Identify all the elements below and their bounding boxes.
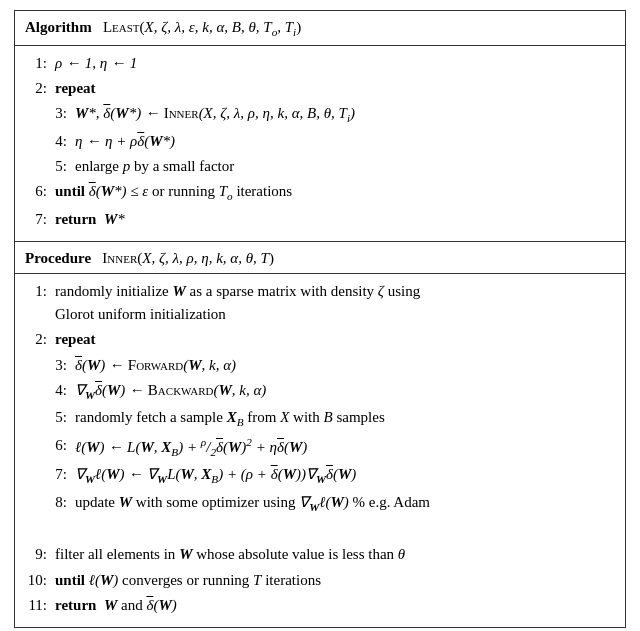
proc-line-2: 2: repeat (25, 328, 615, 351)
proc-line-3: 3: δ(W) ← Forward(W, k, α) (45, 354, 615, 377)
proc-line-5: 5: randomly fetch a sample XB from X wit… (45, 406, 615, 431)
procedure-body: 1: randomly initialize W as a sparse mat… (15, 274, 625, 627)
algo-line-4: 4: η ← η + ρδ(W*) (45, 130, 615, 153)
algorithm-header: Algorithm Least(X, ζ, λ, ε, k, α, B, θ, … (15, 11, 625, 46)
proc-line-7: 7: ∇Wℓ(W) ← ∇WL(W, XB) + (ρ + δ(W))∇Wδ(W… (45, 463, 615, 488)
algorithm-box: Algorithm Least(X, ζ, λ, ε, k, α, B, θ, … (14, 10, 626, 242)
algorithm-label: Algorithm (25, 19, 92, 35)
algo-line-6: 6: until δ(W*) ≤ ε or running To iterati… (25, 180, 615, 205)
proc-line-9: 9: filter all elements in W whose absolu… (25, 543, 615, 566)
procedure-header: Procedure Inner(X, ζ, λ, ρ, η, k, α, θ, … (15, 242, 625, 274)
procedure-label: Procedure (25, 250, 91, 266)
procedure-signature: (X, ζ, λ, ρ, η, k, α, θ, T) (137, 250, 274, 266)
algorithm-name: Least (103, 19, 140, 35)
proc-line-4: 4: ∇Wδ(W) ← Backward(W, k, α) (45, 379, 615, 404)
proc-line-10: 10: until ℓ(W) converges or running T it… (25, 569, 615, 592)
algorithm-body: 1: ρ ← 1, η ← 1 2: repeat 3: W*, δ(W*) ←… (15, 46, 625, 241)
proc-line-8: 8: update W with some optimizer using ∇W… (45, 491, 615, 516)
algo-line-2: 2: repeat (25, 77, 615, 100)
algo-line-1: 1: ρ ← 1, η ← 1 (25, 52, 615, 75)
proc-line-6: 6: ℓ(W) ← L(W, XB) + ρ/2δ(W)2 + ηδ(W) (45, 434, 615, 461)
algo-line-7: 7: return W* (25, 208, 615, 231)
procedure-box: Procedure Inner(X, ζ, λ, ρ, η, k, α, θ, … (14, 242, 626, 628)
algo-line-3: 3: W*, δ(W*) ← Inner(X, ζ, λ, ρ, η, k, α… (45, 102, 615, 127)
proc-line-11: 11: return W and δ(W) (25, 594, 615, 617)
procedure-name: Inner (102, 250, 137, 266)
algo-line-5: 5: enlarge p by a small factor (45, 155, 615, 178)
algorithm-signature: (X, ζ, λ, ε, k, α, B, θ, To, Ti) (140, 19, 302, 35)
proc-line-blank (25, 518, 615, 541)
proc-line-1: 1: randomly initialize W as a sparse mat… (25, 280, 615, 327)
